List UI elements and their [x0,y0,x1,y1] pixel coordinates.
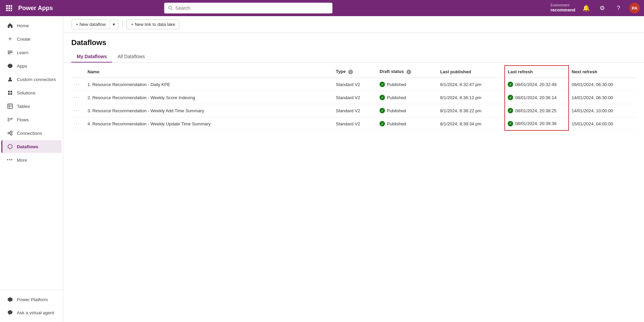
apps-icon [7,63,13,69]
col-header-menu [71,66,85,78]
row-last-published: 8/1/2024, 8:39:34 pm [437,117,505,130]
row-menu-cell[interactable]: ··· [71,104,85,117]
svg-rect-8 [11,10,12,11]
svg-rect-16 [10,93,12,95]
svg-line-25 [10,133,11,134]
table-row: ··· 1. Resource Recommendation - Daily K… [71,78,636,91]
sidebar-item-dataflows-label: Dataflows [17,144,38,149]
help-button[interactable]: ? [613,3,624,13]
sidebar-item-custom-connectors[interactable]: Custom connectors [1,73,62,86]
row-context-menu[interactable]: ··· [74,108,79,113]
search-input[interactable] [175,5,328,11]
home-icon [7,22,13,29]
svg-rect-1 [8,5,10,7]
dropdown-button[interactable]: ▾ [110,19,118,29]
power-platform-icon [7,296,13,303]
sidebar-item-flows[interactable]: Flows [1,113,62,126]
row-type: Standard V2 [333,78,377,91]
new-dataflow-label: + New dataflow [76,22,106,27]
draft-status-value: Published [387,95,406,100]
environment-selector[interactable]: Environment recommend [550,3,575,13]
row-context-menu[interactable]: ··· [74,121,79,126]
sidebar-item-create[interactable]: + Create [1,33,62,45]
new-link-button[interactable]: + New link to data lake [127,19,179,29]
sidebar-item-ask-agent[interactable]: Ask a virtual agent [1,306,62,319]
sidebar-item-more-label: More [17,158,27,163]
row-next-refresh: 14/01/2024, 06:30:00 [569,91,636,104]
solutions-icon [7,89,13,96]
grid-menu-icon[interactable] [4,3,14,13]
svg-marker-26 [8,144,12,149]
col-header-next-refresh: Next refresh [569,66,636,78]
svg-rect-7 [8,10,10,11]
notifications-button[interactable]: 🔔 [581,3,592,13]
create-icon: + [7,36,13,42]
svg-rect-0 [6,5,8,7]
more-icon: ••• [7,157,13,163]
custom-connectors-icon [7,76,13,83]
sidebar-item-custom-connectors-label: Custom connectors [17,77,56,82]
sidebar-item-solutions-label: Solutions [17,90,36,95]
row-type: Standard V2 [333,104,377,117]
topbar-right: Environment recommend 🔔 ⚙ ? PA [550,3,640,13]
sidebar-item-home[interactable]: Home [1,19,62,32]
sidebar-item-more[interactable]: ••• More [1,154,62,166]
svg-point-9 [169,6,172,9]
status-dot [380,82,385,87]
sidebar-item-tables[interactable]: Tables [1,100,62,113]
row-next-refresh: 15/01/2024, 04:00:00 [569,117,636,130]
row-draft-status: Published [377,104,437,117]
sidebar-item-apps[interactable]: Apps [1,59,62,72]
search-bar[interactable] [164,3,332,13]
svg-point-23 [11,134,12,135]
sidebar-item-ask-agent-label: Ask a virtual agent [17,310,54,315]
tab-my-dataflows[interactable]: My Dataflows [71,51,112,63]
svg-rect-5 [11,7,12,9]
row-type: Standard V2 [333,117,377,130]
user-avatar[interactable]: PA [629,3,640,13]
col-header-name: Name [85,66,333,78]
sidebar-item-learn[interactable]: Learn [1,46,62,59]
type-info-icon[interactable]: i [348,70,353,74]
search-icon [168,6,173,10]
row-menu-cell[interactable]: ··· [71,117,85,130]
tab-all-dataflows[interactable]: All Dataflows [112,51,150,63]
row-menu-cell[interactable]: ··· [71,78,85,91]
sidebar-item-connections[interactable]: Connections [1,127,62,139]
settings-button[interactable]: ⚙ [597,3,608,13]
row-draft-status: Published [377,91,437,104]
svg-marker-27 [8,297,12,302]
row-last-refresh: 08/01/2024, 20:39:36 [505,117,569,130]
row-context-menu[interactable]: ··· [74,81,79,87]
svg-point-22 [11,131,12,133]
refresh-status-dot [508,121,513,126]
dataflows-icon [7,143,13,150]
row-context-menu[interactable]: ··· [74,94,79,100]
toolbar: + New dataflow ▾ + New link to data lake [63,16,644,33]
row-last-published: 8/1/2024, 8:36:12 pm [437,91,505,104]
row-last-refresh: 08/01/2024, 20:32:49 [505,78,569,91]
row-draft-status: Published [377,117,437,130]
table-area: Name Type i Draft status i Last publishe… [63,65,644,131]
new-dataflow-button[interactable]: + New dataflow [71,19,110,29]
row-menu-cell[interactable]: ··· [71,91,85,104]
svg-line-10 [171,9,172,10]
sidebar-item-solutions[interactable]: Solutions [1,86,62,99]
sidebar-item-dataflows[interactable]: Dataflows [1,140,62,153]
svg-rect-14 [10,91,12,92]
sidebar-item-flows-label: Flows [17,117,29,122]
sidebar-item-connections-label: Connections [17,131,42,136]
sidebar-item-power-platform[interactable]: Power Platform [1,293,62,306]
row-last-refresh: 08/01/2024, 20:38:25 [505,104,569,117]
col-header-last-published: Last published [437,66,505,78]
draft-status-value: Published [387,82,406,87]
row-type: Standard V2 [333,91,377,104]
row-name: 1. Resource Recommendation - Daily KPE [85,78,333,91]
connections-icon [7,130,13,136]
table-row: ··· 3. Resource Recommendation - Weekly … [71,104,636,117]
svg-rect-13 [8,91,10,92]
app-title: Power Apps [18,5,53,12]
page-title: Dataflows [71,38,636,47]
table-row: ··· 2. Resource Recommendation - Weekly … [71,91,636,104]
draft-status-info-icon[interactable]: i [406,70,411,74]
